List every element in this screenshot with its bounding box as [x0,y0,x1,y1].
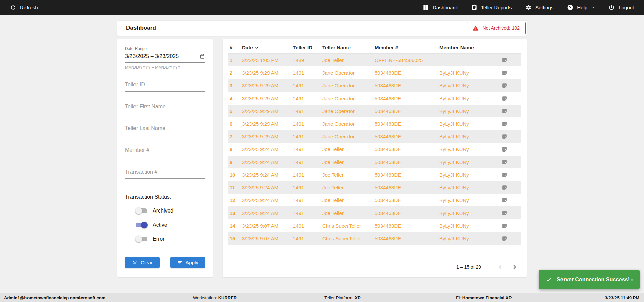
date-range-field[interactable]: 3/23/2025 – 3/23/2025 [125,51,205,63]
row-note-button[interactable] [501,134,521,139]
note-icon [502,185,507,190]
close-icon [630,277,634,282]
row-note-button[interactable] [501,159,521,165]
archived-toggle[interactable] [135,207,148,214]
row-teller-name: Jane Operator [322,108,375,114]
teller-first-name-input[interactable] [125,102,205,113]
row-note-button[interactable] [501,108,521,114]
row-note-button[interactable] [501,121,521,127]
previous-page-button[interactable] [496,263,504,271]
filter-icon [177,260,182,265]
row-teller-name: Chris SuperTeller [322,236,375,241]
teller-platform-value: XP [355,295,360,300]
financial-institution-info: FI: Hometown Financial XP [456,295,512,300]
column-header-teller-name[interactable]: Teller Name [322,45,375,50]
row-note-button[interactable] [501,57,521,63]
table-row[interactable]: 2 3/23/25 9:29 AM 1491 Jane Operator 503… [228,66,521,79]
column-header-date[interactable]: Date [242,45,293,51]
column-header-member-name[interactable]: Member Name [439,45,501,50]
toast-close-button[interactable] [630,277,634,282]
table-row[interactable]: 8 3/23/25 9:24 AM 1491 Joe Teller 503446… [228,143,521,156]
row-number: 11 [228,185,242,190]
error-toggle[interactable] [135,236,148,242]
page-title: Dashboard [126,25,156,32]
table-row[interactable]: 12 3/23/25 9:24 AM 1491 Joe Teller 50344… [228,194,521,206]
table-row[interactable]: 11 3/23/25 9:24 AM 1491 Joe Teller 50344… [228,181,521,194]
row-date: 3/23/25 9:24 AM [242,146,293,152]
note-icon [502,121,507,127]
row-note-button[interactable] [501,172,521,178]
row-date: 3/23/25 9:29 AM [242,83,293,88]
row-member-number: 5034463DE [375,146,439,152]
table-row[interactable]: 15 3/23/25 9:07 AM 1491 Chris SuperTelle… [228,232,521,245]
table-row[interactable]: 7 3/23/25 9:29 AM 1491 Jane Operator 503… [228,130,521,143]
teller-last-name-input[interactable] [125,124,205,135]
table-row[interactable]: 5 3/23/25 9:29 AM 1491 Jane Operator 503… [228,105,521,117]
table-row[interactable]: 14 3/23/25 9:07 AM 1491 Chris SuperTelle… [228,219,521,232]
row-teller-id: 1491 [293,185,322,190]
column-header-number[interactable]: # [228,45,242,50]
row-number: 8 [228,146,242,152]
row-note-button[interactable] [501,197,521,203]
row-teller-id: 1491 [293,134,322,139]
calendar-icon[interactable] [200,54,205,59]
row-number: 4 [228,96,242,101]
active-toggle-label: Active [153,222,167,228]
row-note-button[interactable] [501,146,521,152]
toggle-row-archived: Archived [135,207,205,214]
row-teller-id: 1491 [293,121,322,127]
workstation-value: KURRER [218,295,237,300]
row-date: 3/23/25 9:24 AM [242,172,293,178]
clear-button[interactable]: Clear [125,257,160,268]
nav-teller-reports[interactable]: Teller Reports [471,4,512,11]
column-header-teller-id[interactable]: Teller ID [293,45,322,50]
column-header-member-number[interactable]: Member # [375,45,439,50]
row-member-name: ByLyJI KUNy [439,134,501,139]
row-date: 3/23/25 9:24 AM [242,185,293,190]
table-row[interactable]: 10 3/23/25 9:24 AM 1491 Joe Teller 50344… [228,168,521,181]
row-number: 7 [228,134,242,139]
note-icon [502,146,507,152]
row-note-button[interactable] [501,185,521,190]
row-member-name: ByLyJI KUNy [439,236,501,241]
row-teller-id: 1491 [293,197,322,203]
row-date: 3/23/25 9:07 AM [242,223,293,229]
note-icon [502,96,507,101]
nav-logout[interactable]: Logout [608,4,634,11]
row-note-button[interactable] [501,223,521,229]
row-date: 3/23/25 9:29 AM [242,96,293,101]
not-archived-alert[interactable]: Not Archived: 102 [467,22,526,34]
row-note-button[interactable] [501,236,521,241]
teller-id-input[interactable] [125,80,205,92]
note-icon [502,159,507,165]
help-icon [567,4,573,11]
row-note-button[interactable] [501,96,521,101]
refresh-button[interactable]: Refresh [10,4,38,11]
row-note-button[interactable] [501,210,521,216]
row-teller-name: Joe Teller [322,210,375,216]
nav-dashboard[interactable]: Dashboard [423,4,457,11]
member-number-input[interactable] [125,146,205,157]
table-row[interactable]: 4 3/23/25 9:29 AM 1491 Jane Operator 503… [228,92,521,105]
row-note-button[interactable] [501,83,521,88]
table-row[interactable]: 9 3/23/25 9:24 AM 1491 Joe Teller 503446… [228,156,521,168]
check-icon [546,276,552,284]
refresh-label: Refresh [20,5,38,10]
top-navigation-bar: Refresh Dashboard Teller Reports Setting… [0,0,644,15]
row-note-button[interactable] [501,70,521,76]
table-row[interactable]: 1 3/23/25 1:05 PM 1489 Joe Teller OFFLIN… [228,54,521,66]
apply-button[interactable]: Apply [170,257,205,268]
next-page-button[interactable] [511,263,519,271]
transaction-number-input[interactable] [125,168,205,179]
table-row[interactable]: 6 3/23/25 9:29 AM 1491 Jane Operator 503… [228,117,521,130]
table-row[interactable]: 13 3/23/25 9:24 AM 1491 Joe Teller 50344… [228,206,521,219]
active-toggle[interactable] [135,222,148,228]
refresh-icon [10,4,16,11]
nav-settings[interactable]: Settings [525,4,553,11]
nav-help[interactable]: Help [567,4,595,11]
topbar-menu: Dashboard Teller Reports Settings Help L… [423,4,634,11]
row-teller-id: 1491 [293,236,322,241]
sort-desc-icon [254,45,260,51]
table-row[interactable]: 3 3/23/25 9:29 AM 1491 Jane Operator 503… [228,79,521,92]
row-member-number: 5034463DE [375,96,439,101]
